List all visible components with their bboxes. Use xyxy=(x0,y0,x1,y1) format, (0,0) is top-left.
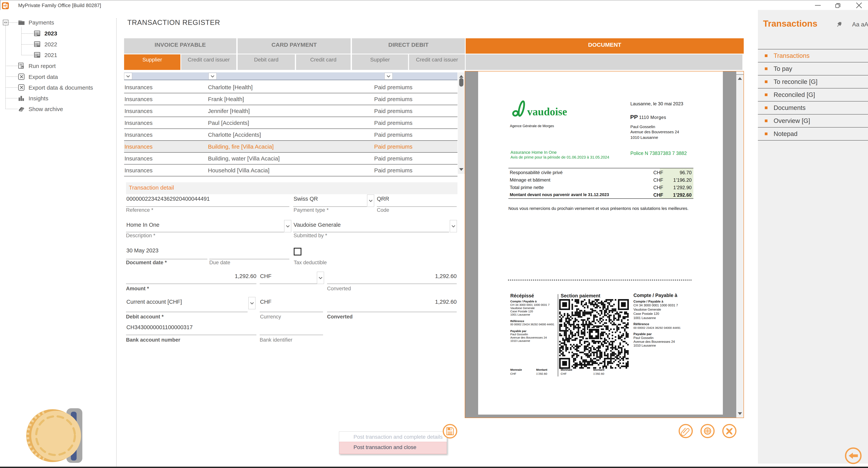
svg-text:vaudoise: vaudoise xyxy=(527,106,567,118)
svg-text:MP: MP xyxy=(3,5,7,7)
